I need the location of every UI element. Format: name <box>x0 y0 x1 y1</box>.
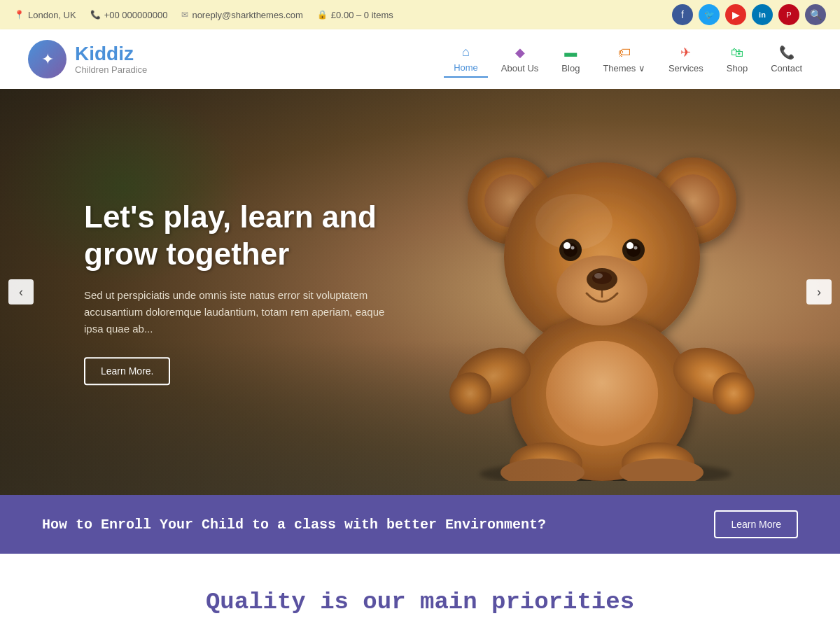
brand-sub: Children Paradice <box>75 64 147 75</box>
cart-icon: 🔒 <box>317 10 328 20</box>
nav-home-label: Home <box>454 62 478 73</box>
nav-contact[interactable]: 📞 Contact <box>761 41 812 77</box>
banner-text: How to Enroll Your Child to a class with… <box>42 517 546 533</box>
about-icon: ◆ <box>515 45 525 60</box>
logo-area: ✦ Kiddiz Children Paradice <box>28 40 147 78</box>
banner-strip: How to Enroll Your Child to a class with… <box>0 495 840 554</box>
banner-learn-more-button[interactable]: Learn More <box>714 510 798 538</box>
nav-contact-label: Contact <box>771 63 802 74</box>
header: ✦ Kiddiz Children Paradice ⌂ Home ◆ Abou… <box>0 29 840 89</box>
pinterest-link[interactable]: P <box>778 4 799 25</box>
phone-text: +00 000000000 <box>104 10 168 20</box>
cart-item[interactable]: 🔒 £0.00 – 0 items <box>317 10 393 20</box>
phone-icon: 📞 <box>90 10 101 20</box>
email-item: ✉ noreply@sharkthemes.com <box>181 10 302 20</box>
twitter-link[interactable]: 🐦 <box>699 4 720 25</box>
hero-slider: Let's play, learn and grow together Sed … <box>0 89 840 495</box>
facebook-link[interactable]: f <box>672 4 693 25</box>
nav-shop-label: Shop <box>727 63 748 74</box>
nav-blog-label: Blog <box>561 63 580 74</box>
top-bar: 📍 London, UK 📞 +00 000000000 ✉ noreply@s… <box>0 0 840 29</box>
location-text: London, UK <box>28 10 76 20</box>
hero-content: Let's play, learn and grow together Sed … <box>84 199 448 385</box>
services-icon: ✈ <box>680 45 691 60</box>
social-links: f 🐦 ▶ in P 🔍 <box>672 4 826 25</box>
quality-title: Quality is our main priorities <box>28 589 812 615</box>
location-item: 📍 London, UK <box>14 10 76 20</box>
hero-description: Sed ut perspiciatis unde omnis iste natu… <box>84 287 392 337</box>
slider-prev-button[interactable]: ‹ <box>8 279 34 304</box>
nav-home[interactable]: ⌂ Home <box>444 41 488 78</box>
nav-themes[interactable]: 🏷 Themes ∨ <box>593 42 655 77</box>
nav-about[interactable]: ◆ About Us <box>491 41 548 77</box>
quality-section: Quality is our main priorities <box>0 554 840 630</box>
nav-services-label: Services <box>668 63 704 74</box>
nav-themes-label: Themes ∨ <box>603 63 645 74</box>
nav-services[interactable]: ✈ Services <box>659 41 713 77</box>
cart-text: £0.00 – 0 items <box>331 10 393 20</box>
linkedin-link[interactable]: in <box>752 4 773 25</box>
nav-blog[interactable]: ▬ Blog <box>552 42 589 77</box>
brand-name: Kiddiz <box>75 43 147 65</box>
home-icon: ⌂ <box>462 45 470 59</box>
hero-title: Let's play, learn and grow together <box>84 199 448 273</box>
top-bar-left: 📍 London, UK 📞 +00 000000000 ✉ noreply@s… <box>14 10 393 20</box>
email-text: noreply@sharkthemes.com <box>192 10 302 20</box>
logo-icon: ✦ <box>28 40 66 78</box>
shop-icon: 🛍 <box>731 46 743 60</box>
email-icon: ✉ <box>181 10 188 20</box>
youtube-link[interactable]: ▶ <box>725 4 746 25</box>
search-link[interactable]: 🔍 <box>805 4 826 25</box>
location-icon: 📍 <box>14 10 24 20</box>
nav-about-label: About Us <box>501 63 538 74</box>
nav-menu: ⌂ Home ◆ About Us ▬ Blog 🏷 Themes ∨ ✈ Se… <box>444 41 812 78</box>
logo-text: Kiddiz Children Paradice <box>75 43 147 76</box>
slider-next-button[interactable]: › <box>806 279 832 304</box>
blog-icon: ▬ <box>564 46 577 60</box>
nav-shop[interactable]: 🛍 Shop <box>717 42 757 77</box>
themes-icon: 🏷 <box>618 46 631 60</box>
phone-item: 📞 +00 000000000 <box>90 10 168 20</box>
hero-learn-more-button[interactable]: Learn More. <box>84 357 170 385</box>
contact-icon: 📞 <box>779 45 794 60</box>
